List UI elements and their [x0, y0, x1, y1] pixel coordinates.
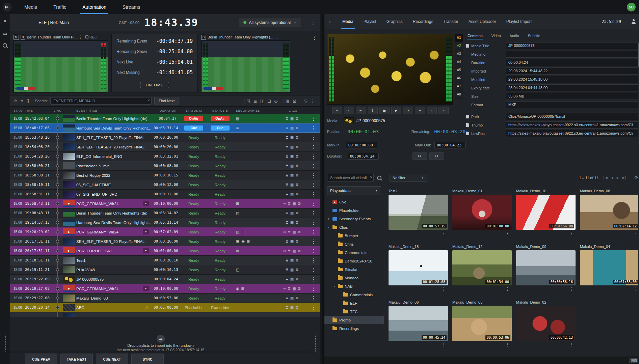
- rundown-row[interactable]: 15.0819:14:57.13Hamburg Sea Devils Team …: [10, 218, 320, 227]
- row-menu-icon[interactable]: ⋮: [311, 116, 320, 121]
- noimg-flag-icon[interactable]: ⊠: [295, 211, 298, 215]
- channel-a1[interactable]: A1: [455, 34, 463, 42]
- noimg-flag-icon[interactable]: ⊠: [295, 258, 298, 262]
- group-icon[interactable]: ⊞: [236, 249, 239, 253]
- playlist-dropzone[interactable]: ☁ Drop playlists to import into the rund…: [5, 334, 316, 352]
- media-tile[interactable]: Makalu_Demo_0300:00:53.06⋮: [452, 300, 512, 347]
- media-tile[interactable]: Makalu_Demo_1500:01:28.08⋮: [389, 245, 448, 291]
- tree-item-promo[interactable]: Promo: [324, 316, 384, 324]
- rundown-row[interactable]: 15.0820:19:27.08▶PCR_GERMANY_Wir24▾00:10…: [10, 284, 320, 293]
- rundown-row[interactable]: [10, 312, 320, 317]
- tree-root-select[interactable]: Playoutdata ▾: [327, 186, 381, 195]
- media-player-video[interactable]: [327, 34, 453, 105]
- refresh-icon[interactable]: ⟳: [14, 99, 17, 103]
- tree-item-elf[interactable]: ELF: [324, 299, 384, 307]
- meta-field-value[interactable]: 35.06 MB: [506, 93, 639, 100]
- channel-a4[interactable]: A4: [455, 58, 463, 66]
- media-tile-menu-icon[interactable]: ⋮: [516, 286, 576, 291]
- row-menu-icon[interactable]: ⋮: [311, 154, 320, 159]
- first-page-icon[interactable]: ◀: [604, 176, 608, 179]
- row-menu-icon[interactable]: ⋮: [311, 258, 320, 263]
- rundown-row[interactable]: 15.0818:58:08.21Best of Rugby 202200:00:…: [10, 171, 320, 180]
- tree-item-clips[interactable]: ▾Clips: [324, 223, 384, 231]
- tree-item-secondary-events[interactable]: ▸Secondary Events: [324, 215, 384, 223]
- group-icon[interactable]: ⊞: [241, 230, 244, 234]
- form-flag-icon[interactable]: ≣: [286, 277, 289, 281]
- sched-flag-icon[interactable]: ▦: [290, 126, 294, 130]
- mark-in-input[interactable]: [346, 142, 377, 148]
- form-flag-icon[interactable]: ≣: [288, 202, 291, 205]
- media-tile[interactable]: Makalu_Demo_0200:00:42.13⋮: [516, 300, 576, 347]
- sched-flag-icon[interactable]: ▦: [292, 202, 296, 205]
- menu-icon[interactable]: ≡: [3, 19, 6, 24]
- note-icon[interactable]: ▤: [236, 230, 239, 234]
- tree-expand-icon[interactable]: ▸: [327, 217, 330, 220]
- media-tile[interactable]: Makalu_Demo_0400:01:33.00⋮: [580, 245, 638, 291]
- nav-item-traffic[interactable]: Traffic: [45, 0, 74, 14]
- media-tile[interactable]: Makalu_Demo_0900:00:56.16⋮: [516, 245, 576, 291]
- stop-button[interactable]: ■: [379, 107, 390, 114]
- tab-transfer[interactable]: Transfer: [443, 14, 458, 29]
- rundown-row[interactable]: 15.0820:19:22.09JP-000000057500:00:04.24…: [10, 275, 320, 284]
- row-menu-icon[interactable]: ⋮: [311, 248, 320, 253]
- noimg-flag-icon[interactable]: ⊠: [298, 287, 301, 290]
- noimg-flag-icon[interactable]: ⊠: [295, 277, 298, 281]
- tree-item-recordings[interactable]: Recordings: [324, 324, 384, 333]
- transport-button-sync[interactable]: SYNC↻: [131, 354, 164, 364]
- form-flag-icon[interactable]: ≣: [286, 221, 289, 224]
- monitor-backup[interactable]: B Berlin Thunder Team Only Highlights (.…: [201, 34, 290, 92]
- reset-trim-button[interactable]: ↺: [429, 152, 444, 160]
- loop-flag-icon[interactable]: ∞: [283, 249, 286, 253]
- noimg-flag-icon[interactable]: ⊠: [295, 268, 298, 272]
- form-flag-icon[interactable]: ≣: [286, 211, 289, 215]
- rundown-row[interactable]: 15.0818:58:00.21Placeholder_5_min00:00:0…: [10, 161, 320, 171]
- column-header-secondaries[interactable]: SECONDARIES: [233, 109, 273, 112]
- step-back-button[interactable]: ‹: [344, 107, 354, 114]
- sched-flag-icon[interactable]: ▦: [292, 249, 296, 253]
- meta-field-value[interactable]: Clips/Monaco/JP-0000000575.mxf: [506, 113, 639, 120]
- form-flag-icon[interactable]: ≣: [288, 287, 291, 290]
- noimg-flag-icon[interactable]: ⊠: [295, 117, 298, 120]
- goto-out-button[interactable]: ⇥: [415, 107, 425, 114]
- tree-item-etisalat[interactable]: Etisalat: [324, 265, 384, 274]
- sched-flag-icon[interactable]: ▦: [290, 173, 294, 177]
- tree-expand-icon[interactable]: ▾: [332, 285, 336, 288]
- media-tile-menu-icon[interactable]: ⋮: [516, 231, 576, 236]
- nav-item-media[interactable]: Media: [16, 0, 45, 14]
- expand-event-icon[interactable]: ▾: [143, 286, 149, 291]
- meta-tab-audio[interactable]: Audio: [510, 34, 519, 39]
- sched-flag-icon[interactable]: ▦: [290, 306, 294, 309]
- sched-flag-icon[interactable]: ▦: [290, 240, 294, 243]
- link-icon[interactable]: ⊕: [274, 99, 278, 103]
- sched-flag-icon[interactable]: ▦: [290, 211, 294, 215]
- sched-flag-icon[interactable]: ▦: [290, 155, 294, 158]
- form-flag-icon[interactable]: ≣: [286, 155, 289, 158]
- monitor-menu-icon[interactable]: ⋮: [275, 35, 279, 39]
- rundown-row[interactable]: 15.0818:54:28.20ELF_CG-Infomercial_ENG00…: [10, 152, 320, 161]
- channel-a3[interactable]: A3: [455, 50, 463, 58]
- transport-button-cue-prev[interactable]: CUE PREV◀: [25, 354, 57, 364]
- form-flag-icon[interactable]: ≣: [286, 306, 289, 309]
- noimg-flag-icon[interactable]: ⊠: [295, 173, 298, 177]
- rundown-row[interactable]: 15.0819:20:29.02▶PCR_GERMANY_Wir24▾00:57…: [10, 227, 320, 237]
- row-menu-icon[interactable]: ⋮: [311, 125, 320, 131]
- rundown-search-input[interactable]: [50, 97, 152, 105]
- clear-search-icon[interactable]: ×: [148, 98, 150, 103]
- group-icon[interactable]: ⊞: [241, 287, 244, 290]
- user-avatar[interactable]: SU: [627, 3, 636, 11]
- tree-item-nab[interactable]: ▾NAB: [324, 282, 384, 290]
- monitor-main[interactable]: M B Berlin Thunder Team Only H... ⋮ REC: [14, 34, 108, 92]
- row-menu-icon[interactable]: ⋮: [311, 267, 320, 272]
- rundown-row[interactable]: 15.0818:58:43.11▶PCR_GERMANY_Wir24▾00:10…: [10, 199, 320, 208]
- noimg-flag-icon[interactable]: ⊠: [298, 230, 301, 234]
- meta-tab-subtitle[interactable]: Subtitle: [528, 34, 540, 39]
- meta-tab-common[interactable]: Common: [468, 34, 483, 39]
- noimg-flag-icon[interactable]: ⊠: [295, 306, 298, 309]
- header-menu-icon[interactable]: ⋮: [311, 20, 316, 25]
- filter-icon[interactable]: ▽: [304, 99, 308, 103]
- rundown-row[interactable]: 15.0818:53:48.20SEH_ELF_TEASER_20 Playof…: [10, 133, 320, 142]
- row-menu-icon[interactable]: ⋮: [311, 277, 320, 282]
- menu-icon[interactable]: ≡: [21, 99, 23, 103]
- filter-select[interactable]: No filter ▾: [390, 174, 427, 182]
- rundown-row[interactable]: 15.0820:30:20.14ABC⚠00:05:00.00Placehold…: [10, 303, 320, 312]
